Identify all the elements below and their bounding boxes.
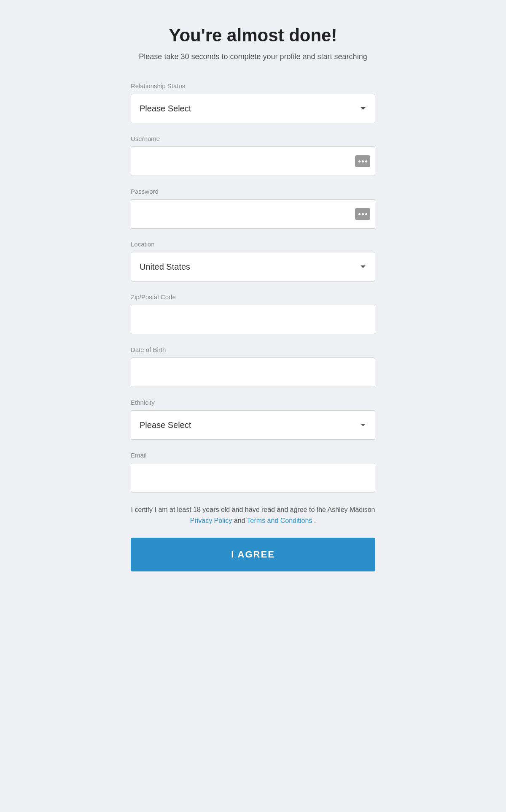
password-input-wrapper bbox=[131, 199, 375, 229]
password-group: Password bbox=[131, 188, 375, 229]
zip-code-input-wrapper bbox=[131, 305, 375, 334]
certify-text-middle: and bbox=[234, 517, 247, 524]
dob-label: Date of Birth bbox=[131, 346, 375, 353]
location-select[interactable]: United States Canada United Kingdom Aust… bbox=[131, 252, 375, 281]
relationship-status-group: Relationship Status Please Select Single… bbox=[131, 82, 375, 123]
zip-code-input[interactable] bbox=[131, 305, 375, 334]
zip-code-label: Zip/Postal Code bbox=[131, 293, 375, 300]
relationship-status-select[interactable]: Please Select Single Married In a relati… bbox=[131, 94, 375, 123]
email-input-wrapper bbox=[131, 463, 375, 493]
username-group: Username bbox=[131, 135, 375, 176]
certify-text: I certify I am at least 18 years old and… bbox=[131, 504, 375, 526]
password-input[interactable] bbox=[131, 199, 375, 229]
password-label: Password bbox=[131, 188, 375, 195]
form-container: Relationship Status Please Select Single… bbox=[131, 82, 375, 571]
email-group: Email bbox=[131, 452, 375, 493]
page-title: You're almost done! bbox=[169, 25, 337, 46]
dob-input[interactable] bbox=[131, 357, 375, 387]
terms-link[interactable]: Terms and Conditions bbox=[247, 517, 312, 524]
relationship-status-label: Relationship Status bbox=[131, 82, 375, 89]
privacy-policy-link[interactable]: Privacy Policy bbox=[190, 517, 232, 524]
ethnicity-group: Ethnicity Please Select Asian Black/Afri… bbox=[131, 399, 375, 440]
ethnicity-label: Ethnicity bbox=[131, 399, 375, 406]
location-label: Location bbox=[131, 241, 375, 248]
username-input-wrapper bbox=[131, 146, 375, 176]
username-label: Username bbox=[131, 135, 375, 142]
certify-text-after: . bbox=[314, 517, 316, 524]
dob-input-wrapper bbox=[131, 357, 375, 387]
username-input[interactable] bbox=[131, 146, 375, 176]
email-input[interactable] bbox=[131, 463, 375, 493]
zip-code-group: Zip/Postal Code bbox=[131, 293, 375, 334]
username-dots-icon[interactable] bbox=[355, 155, 370, 167]
certify-text-before: I certify I am at least 18 years old and… bbox=[131, 506, 375, 513]
dob-group: Date of Birth bbox=[131, 346, 375, 387]
location-group: Location United States Canada United Kin… bbox=[131, 241, 375, 281]
password-dots-icon[interactable] bbox=[355, 208, 370, 220]
page-container: You're almost done! Please take 30 secon… bbox=[72, 25, 434, 787]
ethnicity-select[interactable]: Please Select Asian Black/African Americ… bbox=[131, 410, 375, 440]
email-label: Email bbox=[131, 452, 375, 459]
agree-button[interactable]: I AGREE bbox=[131, 538, 375, 571]
page-subtitle: Please take 30 seconds to complete your … bbox=[139, 52, 367, 61]
